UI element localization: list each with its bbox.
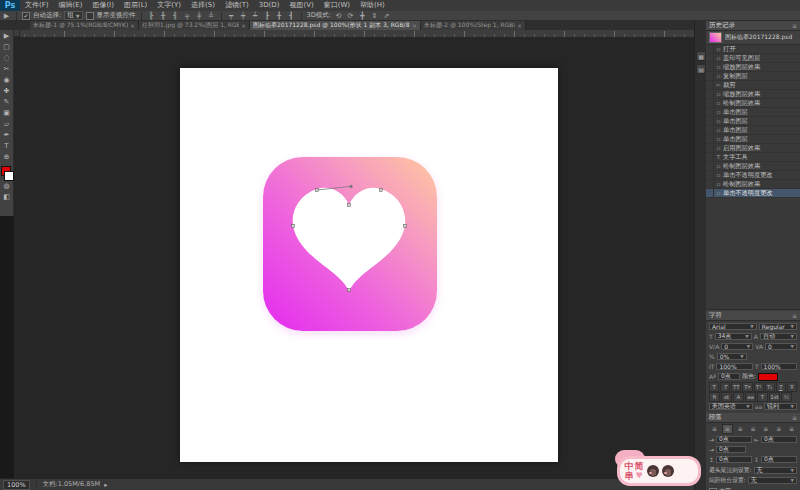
screen-mode-icon[interactable]: ◧ — [1, 193, 13, 202]
history-brush-source-cell[interactable] — [706, 153, 714, 161]
anchor-point[interactable] — [380, 189, 383, 192]
anchor-point[interactable] — [348, 204, 351, 207]
quick-mask-icon[interactable]: ◍ — [1, 182, 13, 191]
menu-filter[interactable]: 滤镜(T) — [220, 0, 254, 11]
distribute-vcenter-icon[interactable]: ┿ — [239, 12, 248, 20]
underline-button[interactable]: T — [776, 382, 786, 392]
history-brush-source-cell[interactable] — [706, 162, 714, 170]
clone-stamp-tool[interactable]: ▣ — [1, 109, 13, 118]
history-brush-source-cell[interactable] — [706, 99, 714, 107]
right-indent-field[interactable]: 0点 — [761, 436, 797, 443]
history-state-row[interactable]: ▫单击图层 — [706, 117, 800, 126]
menu-image[interactable]: 图像(I) — [87, 0, 119, 11]
leading-field[interactable]: 自动▼ — [760, 333, 797, 340]
align-bottom-edges-icon[interactable]: ╧ — [207, 12, 216, 20]
3d-drag-icon[interactable]: ╋ — [358, 12, 367, 20]
kinsoku-dropdown[interactable]: 无▼ — [754, 467, 797, 474]
align-right-text-icon[interactable]: ≡ — [735, 424, 746, 434]
distribute-bottom-icon[interactable]: ┷ — [251, 12, 260, 20]
history-state-row-selected[interactable]: ▫单击不透明度更改 — [706, 189, 800, 198]
history-brush-source-cell[interactable] — [706, 81, 714, 89]
background-color-swatch[interactable] — [4, 171, 14, 181]
3d-rotate-icon[interactable]: ⟲ — [334, 12, 343, 20]
font-family-dropdown[interactable]: Arial▼ — [709, 323, 757, 330]
lasso-tool[interactable]: ◌ — [1, 54, 13, 63]
panel-menu-icon[interactable]: ≡ — [792, 414, 797, 421]
all-caps-button[interactable]: TT — [731, 382, 741, 392]
menu-edit[interactable]: 编辑(E) — [54, 0, 88, 11]
anchor-point[interactable] — [292, 225, 295, 228]
distribute-right-icon[interactable]: ┨ — [287, 12, 296, 20]
history-brush-source-cell[interactable] — [706, 45, 714, 53]
healing-brush-tool[interactable]: ✚ — [1, 87, 13, 96]
vertical-scale-field[interactable]: 100% — [716, 363, 752, 370]
close-icon[interactable]: × — [412, 22, 417, 29]
subscript-button[interactable]: T₁ — [765, 382, 775, 392]
history-brush-source-cell[interactable] — [706, 72, 714, 80]
menu-file[interactable]: 文件(F) — [20, 0, 54, 11]
ordinals-button[interactable]: 1st — [769, 392, 780, 402]
pen-tool[interactable]: ✒ — [1, 131, 13, 140]
menu-window[interactable]: 窗口(W) — [319, 0, 355, 11]
styles-panel-icon[interactable]: ▤ — [696, 64, 706, 74]
history-snapshot-row[interactable]: 图标临摹20171228.psd — [706, 31, 800, 45]
document-tab-4[interactable]: 未标题-2 @ 100%(Step 1, RGB/8) * × — [421, 21, 526, 30]
history-brush-source-cell[interactable] — [706, 90, 714, 98]
panel-menu-icon[interactable]: ≡ — [792, 312, 797, 319]
language-dropdown[interactable]: 美国英语▼ — [709, 403, 753, 410]
zoom-level-field[interactable]: 100% — [3, 480, 30, 490]
3d-slide-icon[interactable]: ⇕ — [370, 12, 379, 20]
move-tool[interactable]: ▶ — [1, 32, 13, 41]
faux-bold-button[interactable]: T — [709, 382, 719, 392]
auto-select-checkbox[interactable]: ✓ — [22, 12, 30, 20]
auto-select-dropdown[interactable]: 组▼ — [64, 11, 82, 20]
align-left-text-icon[interactable]: ≡ — [709, 424, 720, 434]
bezier-handle-point[interactable] — [349, 185, 352, 188]
history-state-row[interactable]: ▫单击图层 — [706, 108, 800, 117]
justify-all-icon[interactable]: ≡ — [786, 424, 797, 434]
menu-3d[interactable]: 3D(D) — [254, 0, 285, 11]
history-brush-source-cell[interactable] — [706, 108, 714, 116]
close-icon[interactable]: × — [517, 22, 522, 29]
justify-last-left-icon[interactable]: ≡ — [748, 424, 759, 434]
marquee-tool[interactable]: ▢ — [1, 43, 13, 52]
history-brush-source-cell[interactable] — [706, 189, 714, 197]
path-selection-tool[interactable]: ⊕ — [1, 153, 13, 162]
stylistic-alternates-button[interactable]: A — [733, 392, 744, 402]
menu-help[interactable]: 帮助(H) — [355, 0, 390, 11]
history-brush-source-cell[interactable] — [706, 180, 714, 188]
history-brush-source-cell[interactable] — [706, 171, 714, 179]
space-before-field[interactable]: 0点 — [716, 456, 752, 463]
distribute-left-icon[interactable]: ┠ — [263, 12, 272, 20]
3d-scale-icon[interactable]: ⇗ — [382, 12, 391, 20]
history-brush-source-cell[interactable] — [706, 117, 714, 125]
document-tab-active[interactable]: 图标临摹20171228.psd @ 100%(形状 1 副本 3, RGB/8… — [250, 21, 421, 30]
tool-preset-icon[interactable]: ▶ — [2, 12, 11, 20]
document-tab-1[interactable]: 未标题-1 @ 75.1%(RGB/8/CMYK) * × — [30, 21, 139, 30]
font-size-field[interactable]: 34点▼ — [715, 333, 752, 340]
faux-italic-button[interactable]: T — [720, 382, 730, 392]
status-arrow-icon[interactable]: ▸ — [104, 481, 107, 489]
mojikumi-dropdown[interactable]: 无▼ — [748, 477, 797, 484]
paragraph-panel-header[interactable]: 段落 ≡ — [706, 413, 800, 423]
horizontal-scale-field[interactable]: 100% — [761, 363, 797, 370]
anchor-point[interactable] — [348, 289, 351, 292]
anti-alias-dropdown[interactable]: 锐利▼ — [764, 403, 797, 410]
left-indent-field[interactable]: 0点 — [716, 436, 752, 443]
justify-last-center-icon[interactable]: ≡ — [760, 424, 771, 434]
first-line-indent-field[interactable]: 0点 — [716, 446, 746, 453]
history-state-row[interactable]: ▫缩放图层效果 — [706, 63, 800, 72]
show-transform-checkbox[interactable] — [86, 12, 94, 20]
history-brush-source-cell[interactable] — [706, 54, 714, 62]
document-tab-2[interactable]: 任秋羽1.jpg @ 73.2%(图层 1, RGB/8#) * × — [139, 21, 250, 30]
3d-roll-icon[interactable]: ⟳ — [346, 12, 355, 20]
history-state-row[interactable]: ▫复制图层 — [706, 72, 800, 81]
panel-menu-icon[interactable]: ≡ — [792, 22, 797, 29]
close-icon[interactable]: × — [130, 22, 135, 29]
history-brush-source-cell[interactable] — [706, 135, 714, 143]
align-center-text-icon[interactable]: ≡ — [722, 424, 733, 434]
history-brush-source-cell[interactable] — [706, 63, 714, 71]
history-brush-source-cell[interactable] — [706, 126, 714, 134]
titling-alternates-button[interactable]: aa — [745, 392, 756, 402]
heart-path[interactable] — [289, 185, 411, 297]
